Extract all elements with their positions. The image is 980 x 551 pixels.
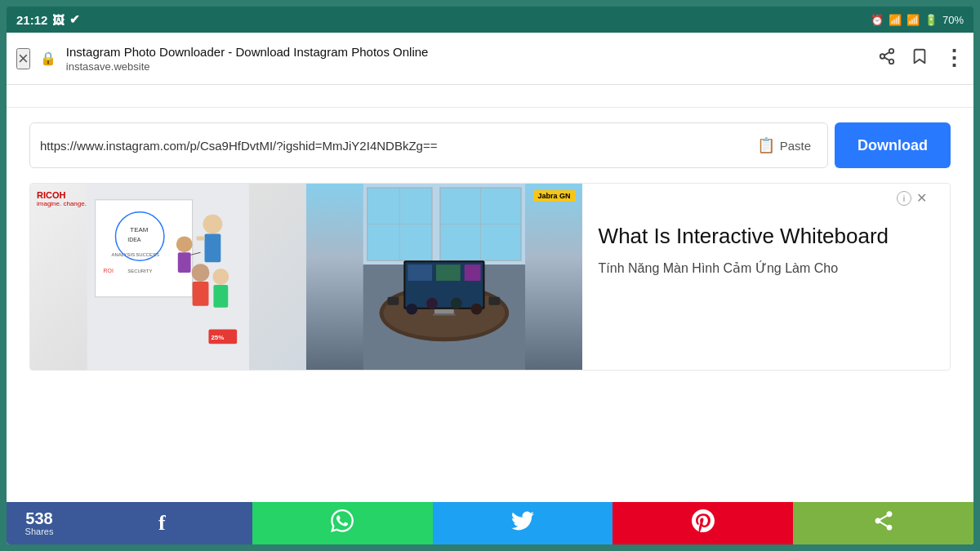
ad-text: i ✕ What Is Interactive Whiteboard Tính …: [582, 184, 950, 370]
share-icon[interactable]: [878, 47, 896, 70]
main-content-area: 📋 Paste Download RICOH imagine. change.: [7, 85, 973, 544]
browser-bar: × 🔒 Instagram Photo Downloader - Downloa…: [7, 33, 973, 85]
ad-image-right-content: Jabra GN: [306, 184, 582, 370]
url-input-wrapper: 📋 Paste: [29, 122, 828, 168]
phone-frame: 21:12 🖼 ✔ ⏰ 📶 📶 🔋 70% × 🔒 Instagram Phot…: [7, 7, 973, 544]
ad-section: RICOH imagine. change.: [29, 183, 951, 371]
pinterest-icon: [692, 509, 715, 537]
svg-line-3: [884, 57, 889, 60]
svg-text:SUCCESS: SUCCESS: [136, 252, 159, 257]
whiteboard-svg: TEAM IDEA ANALYSIS SUCCESS ROI SECURITY: [30, 184, 306, 370]
svg-rect-20: [213, 285, 228, 308]
svg-rect-22: [178, 252, 191, 273]
svg-text:25%: 25%: [211, 334, 224, 341]
status-bar: 21:12 🖼 ✔ ⏰ 📶 📶 🔋 70%: [7, 7, 973, 33]
download-section: 📋 Paste Download: [7, 108, 973, 183]
wifi-icon: 📶: [889, 14, 902, 26]
svg-point-50: [426, 298, 438, 309]
svg-text:TEAM: TEAM: [130, 226, 148, 233]
browser-title-area: Instagram Photo Downloader - Download In…: [66, 44, 868, 73]
svg-text:SECURITY: SECURITY: [127, 269, 152, 273]
facebook-icon: f: [158, 511, 166, 535]
signal-icon: 📶: [906, 14, 920, 26]
whatsapp-share-button[interactable]: [252, 502, 433, 544]
battery-icon: 🔋: [924, 14, 938, 26]
svg-rect-16: [197, 236, 205, 240]
ad-info-icon[interactable]: i: [897, 191, 911, 206]
browser-actions: ⋮: [878, 46, 964, 71]
svg-line-4: [884, 51, 889, 55]
svg-rect-18: [193, 282, 209, 306]
pinterest-share-button[interactable]: [612, 502, 793, 544]
svg-rect-47: [436, 264, 461, 281]
svg-point-21: [176, 236, 193, 252]
ad-images: RICOH imagine. change.: [30, 184, 582, 370]
paste-icon: 📋: [757, 136, 775, 154]
svg-rect-41: [488, 297, 500, 305]
lock-icon: 🔒: [40, 51, 56, 66]
alarm-icon: ⏰: [871, 14, 884, 26]
svg-text:ROI: ROI: [104, 268, 114, 273]
paste-label: Paste: [780, 139, 811, 153]
share-count-label: Shares: [25, 527, 54, 536]
svg-point-52: [470, 304, 482, 315]
generic-share-icon: [872, 509, 895, 537]
status-icons: ⏰ 📶 📶 🔋 70%: [871, 14, 964, 26]
generic-share-button[interactable]: [793, 502, 973, 544]
download-button[interactable]: Download: [835, 122, 951, 168]
content-top-bar: [7, 85, 973, 108]
ad-info-area: i ✕: [897, 190, 927, 206]
svg-point-19: [212, 269, 229, 285]
svg-rect-48: [464, 264, 480, 281]
browser-page-title: Instagram Photo Downloader - Download In…: [66, 44, 868, 60]
svg-rect-46: [408, 264, 432, 281]
ad-image-right: Jabra GN: [306, 184, 582, 370]
check-icon: ✔: [69, 12, 80, 27]
svg-text:IDEA: IDEA: [127, 237, 141, 242]
svg-text:ANALYSIS: ANALYSIS: [112, 252, 136, 257]
ad-headline: What Is Interactive Whiteboard: [599, 223, 933, 250]
svg-rect-36: [387, 297, 399, 305]
svg-rect-43: [433, 314, 456, 316]
conference-room-svg: [306, 184, 582, 370]
share-count-area: 538 Shares: [7, 502, 72, 544]
ad-subtext: Tính Năng Màn Hình Cảm Ứng Làm Cho: [599, 260, 933, 278]
svg-point-14: [203, 215, 223, 234]
paste-button[interactable]: 📋 Paste: [751, 133, 817, 158]
bookmark-icon[interactable]: [911, 47, 929, 70]
twitter-share-button[interactable]: [433, 502, 613, 544]
url-input[interactable]: [40, 139, 751, 153]
ad-close-button[interactable]: ✕: [916, 190, 927, 206]
battery-level: 70%: [942, 14, 964, 26]
more-icon[interactable]: ⋮: [943, 46, 964, 71]
outer-container: 21:12 🖼 ✔ ⏰ 📶 📶 🔋 70% × 🔒 Instagram Phot…: [0, 0, 980, 551]
twitter-icon: [511, 509, 534, 537]
whatsapp-icon: [331, 509, 354, 537]
status-time: 21:12: [16, 13, 47, 27]
ad-image-left: RICOH imagine. change.: [30, 184, 306, 370]
ad-image-left-content: RICOH imagine. change.: [30, 184, 306, 370]
svg-rect-15: [205, 233, 221, 262]
status-time-area: 21:12 🖼 ✔: [16, 12, 80, 27]
svg-point-51: [451, 298, 462, 309]
browser-url: instasave.website: [66, 60, 868, 73]
share-count: 538: [25, 510, 52, 527]
gallery-icon: 🖼: [52, 13, 65, 27]
svg-point-49: [406, 304, 417, 315]
share-bar: 538 Shares f: [7, 502, 973, 544]
svg-point-17: [192, 264, 210, 282]
facebook-share-button[interactable]: f: [72, 502, 252, 544]
browser-close-button[interactable]: ×: [16, 48, 30, 69]
